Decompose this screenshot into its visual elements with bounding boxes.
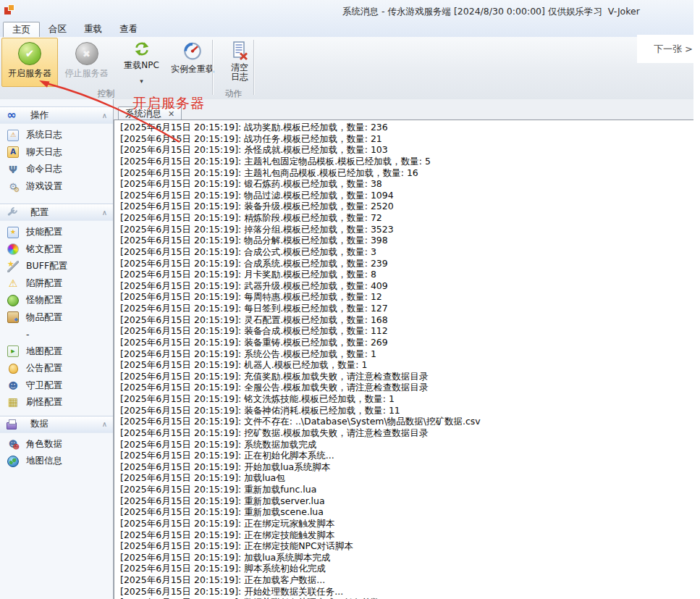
sidebar-item-label: 角色数据	[26, 438, 62, 451]
sidebar-item[interactable]: 铭文配置	[0, 241, 113, 259]
log-line: [2025年6月15日 20:15:19]: 武器升级.模板已经加载，数量: 4…	[120, 280, 693, 292]
inscription-config-icon	[7, 243, 19, 255]
log-line: [2025年6月15日 20:15:19]: 月卡奖励.模板已经加载，数量: 8	[120, 269, 693, 280]
ribbon-tab-bar: 主页 合区 重载 查看	[3, 22, 146, 37]
sidebar-item[interactable]: 守卫配置	[0, 377, 113, 395]
reload-arrows-icon	[132, 41, 152, 57]
sidebar-item[interactable]: 物品配置	[0, 309, 113, 327]
next-page-box: 下一张 >	[637, 35, 700, 63]
sidebar-item[interactable]: 刷怪配置	[0, 394, 113, 411]
monster-config-icon	[7, 295, 19, 306]
sidebar-item-label: 守卫配置	[26, 380, 62, 392]
log-line: [2025年6月15日 20:15:19]: 杀怪成就.模板已经加载，数量: 1…	[120, 144, 693, 156]
clear-log-label: 清空日志	[229, 63, 250, 82]
log-line: [2025年6月15日 20:15:19]: 掉落分组.模板已经加载，数量: 3…	[120, 224, 693, 235]
ribbon-tab[interactable]: 查看	[111, 22, 146, 36]
sidebar-group-data[interactable]: 数据	[0, 416, 113, 433]
log-line: [2025年6月15日 20:15:19]: 正在绑定玩家触发脚本	[120, 518, 693, 529]
sidebar-item-label: 怪物配置	[26, 294, 62, 306]
sidebar-group-label: 数据	[30, 418, 49, 430]
log-line: [2025年6月15日 20:15:19]: 开始处理数据关联任务...	[120, 586, 693, 598]
gauge-icon	[182, 41, 203, 61]
sidebar-item[interactable]: 公告配置	[0, 360, 113, 377]
ribbon-group-separator	[253, 40, 255, 95]
role-data-icon	[7, 438, 19, 450]
log-line: [2025年6月15日 20:15:19]: 装备合成.模板已经加载，数量: 1…	[120, 325, 693, 337]
log-line: [2025年6月15日 20:15:19]: 开始加载lua系统脚本	[120, 461, 693, 473]
sidebar-item[interactable]: 地图配置	[0, 343, 113, 361]
ribbon-tab[interactable]: 主页	[3, 22, 40, 38]
log-line: [2025年6月15日 20:15:19]: 重新加载server.lua	[120, 495, 693, 507]
system-log-icon	[7, 130, 19, 141]
sidebar-item-label: 物品配置	[26, 311, 62, 324]
log-line: [2025年6月15日 20:15:19]: 加载lua包	[120, 472, 693, 484]
ribbon-tab[interactable]: 合区	[40, 22, 75, 36]
sidebar-item[interactable]: 角色数据	[0, 436, 113, 453]
config-wrench-icon	[6, 206, 17, 218]
log-line: [2025年6月15日 20:15:19]: 装备重铸.模板已经加载，数量: 2…	[120, 337, 693, 348]
log-line: [2025年6月15日 20:15:19]: 充值奖励.模板加载失败，请注意检查…	[120, 371, 693, 382]
log-line: [2025年6月15日 20:15:19]: 机器人.模板已经加载，数量: 1	[120, 359, 693, 371]
sidebar-item[interactable]: -	[0, 326, 113, 343]
log-line: [2025年6月15日 20:15:19]: 主题礼包商品模板.模板已经加载，数…	[120, 167, 693, 179]
sidebar-item-label: 命令日志	[26, 163, 62, 175]
log-line: [2025年6月15日 20:15:19]: 文件不存在: ..\Databas…	[120, 416, 693, 427]
log-line: [2025年6月15日 20:15:19]: 重新加载scene.lua	[120, 506, 693, 518]
app-window: 系统消息 - 传永游戏服务端 [2024/8/30 0:00:00] 仅供娱乐学…	[0, 0, 700, 599]
log-line: [2025年6月15日 20:15:19]: 锻石炼药.模板已经加载，数量: 3…	[120, 178, 693, 190]
command-log-icon	[7, 164, 19, 175]
log-line: [2025年6月15日 20:15:19]: 系统数据加载完成	[120, 439, 693, 451]
map-config-icon	[7, 345, 19, 357]
app-logo-icon	[4, 4, 14, 14]
log-line: [2025年6月15日 20:15:19]: 重新加载func.lua	[120, 484, 693, 495]
sidebar-item[interactable]: 地图信息	[0, 453, 113, 470]
blank-icon	[7, 329, 19, 340]
ribbon-group-action: 动作	[214, 88, 253, 100]
ribbon-tab[interactable]: 重载	[75, 22, 111, 36]
ops-infinity-icon	[6, 109, 17, 121]
sidebar-items-data: 角色数据 地图信息	[0, 433, 113, 474]
log-line: [2025年6月15日 20:15:19]: 物品过滤.模板已经加载，数量: 1…	[120, 190, 693, 201]
spawn-config-icon	[7, 397, 19, 409]
sidebar-item-label: 铭文配置	[26, 243, 62, 256]
game-settings-icon	[7, 180, 19, 192]
sidebar: 操作 系统日志 聊天日志 命令日志	[0, 99, 114, 599]
log-line: [2025年6月15日 20:15:19]: 装备升级.模板已经加载，数量: 2…	[120, 201, 693, 212]
guard-config-icon	[7, 380, 19, 391]
log-line: [2025年6月15日 20:15:19]: 合成公式.模板已经加载，数量: 3	[120, 246, 693, 258]
log-line: [2025年6月15日 20:15:19]: 脚本系统初始化完成	[120, 563, 693, 574]
trap-config-icon	[7, 277, 19, 289]
sidebar-item-label: 地图配置	[26, 345, 62, 358]
sidebar-item[interactable]: 技能配置	[0, 224, 113, 241]
collapse-chevron-icon[interactable]	[102, 209, 107, 217]
sidebar-item-label: 游戏设置	[26, 180, 62, 193]
item-config-icon	[7, 311, 19, 323]
sidebar-item[interactable]: BUFF配置	[0, 258, 113, 275]
sidebar-item-label: 刷怪配置	[26, 396, 62, 409]
log-line: [2025年6月15日 20:15:19]: 正在加载客户数据...	[120, 574, 693, 586]
buff-config-icon	[7, 261, 19, 272]
sidebar-item[interactable]: 游戏设置	[0, 178, 113, 196]
log-line: [2025年6月15日 20:15:19]: 正在初始化脚本系统...	[120, 450, 693, 461]
log-line: [2025年6月15日 20:15:19]: 战功任务.模板已经加载，数量: 2…	[120, 133, 693, 145]
sidebar-item[interactable]: 怪物配置	[0, 292, 113, 309]
system-log-list[interactable]: [2025年6月15日 20:15:19]: 战功奖励.模板已经加载，数量: 2…	[114, 120, 693, 599]
log-line: [2025年6月15日 20:15:19]: 每日签到.模板已经加载，数量: 1…	[120, 303, 693, 314]
log-line: [2025年6月15日 20:15:19]: 物品分解.模板已经加载，数量: 3…	[120, 235, 693, 246]
gray-stop-circle-icon	[75, 42, 98, 65]
log-line: [2025年6月15日 20:15:19]: 装备神佑消耗.模板已经加载，数量:…	[120, 405, 693, 416]
log-line: [2025年6月15日 20:15:19]: 挖矿数据.模板加载失败，请注意检查…	[120, 427, 693, 439]
reload-npc-label: 重载NPC	[124, 59, 159, 72]
sidebar-item[interactable]: 陷阱配置	[0, 275, 113, 293]
window-title: 系统消息 - 传永游戏服务端 [2024/8/30 0:00:00] 仅供娱乐学…	[342, 6, 640, 18]
sidebar-item-label: -	[26, 329, 30, 340]
sidebar-group-config[interactable]: 配置	[0, 204, 113, 221]
log-line: [2025年6月15日 20:15:19]: 精炼阶段.模板已经加载，数量: 7…	[120, 212, 693, 224]
sidebar-item-label: 公告配置	[26, 362, 62, 374]
sidebar-group-label: 配置	[30, 206, 49, 219]
sidebar-item[interactable]: 命令日志	[0, 161, 113, 178]
log-line: [2025年6月15日 20:15:19]: 每周特惠.模板已经加载，数量: 1…	[120, 291, 693, 303]
log-line: [2025年6月15日 20:15:19]: 主题礼包固定物品模板.模板已经加载…	[120, 156, 693, 167]
collapse-chevron-icon[interactable]	[102, 420, 107, 428]
chat-log-icon	[7, 146, 19, 158]
